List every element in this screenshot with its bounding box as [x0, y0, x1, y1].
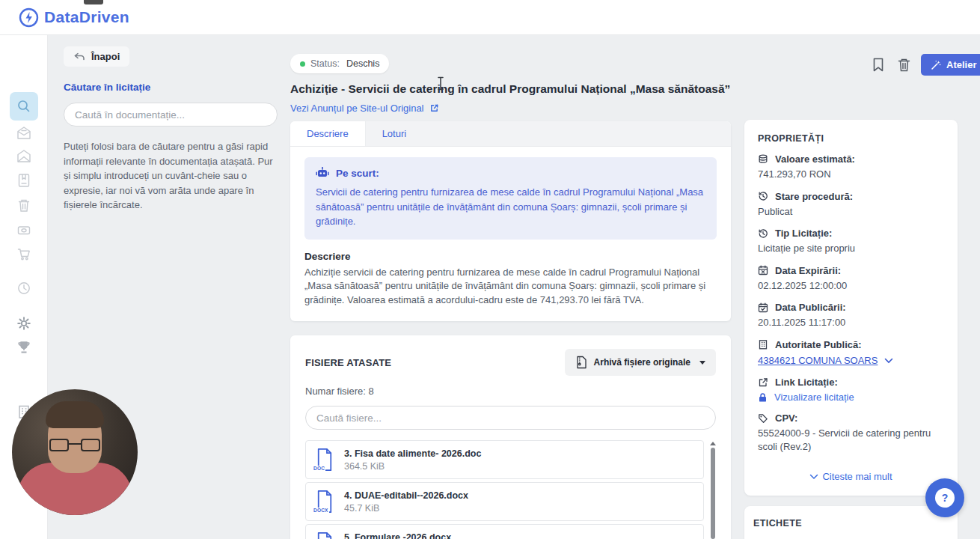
- property-label: Data Expirării:: [775, 265, 841, 276]
- brand-logo[interactable]: DataDriven: [19, 7, 129, 28]
- webcam-glasses-bridge: [69, 443, 81, 445]
- delete-button[interactable]: [895, 57, 912, 73]
- scrollbar-thumb[interactable]: [711, 448, 715, 539]
- description-card: Descriere Loturi Pe scurt: Servic: [290, 121, 731, 321]
- tab-loturi[interactable]: Loturi: [366, 121, 423, 146]
- file-name: 4. DUAE-editabil--2026.docx: [344, 490, 468, 501]
- file-size: 45.7 KiB: [344, 503, 468, 514]
- mail-open-icon: [16, 148, 32, 165]
- mail-document-icon: [16, 125, 32, 141]
- wallet-icon: [16, 222, 32, 238]
- status-dot-icon: [300, 61, 305, 67]
- coins-icon: [758, 154, 768, 165]
- sidebar-item-cart[interactable]: [16, 246, 32, 262]
- atelier-button[interactable]: Atelier: [921, 54, 980, 76]
- header-actions: Atelier: [870, 54, 980, 76]
- property-value: Publicat: [758, 205, 944, 219]
- property-label: Stare procedură:: [775, 191, 853, 202]
- trophy-icon: [16, 339, 32, 356]
- sidebar-item-mail[interactable]: [16, 148, 32, 165]
- read-more-label: Citeste mai mult: [822, 471, 892, 482]
- sidebar-item-history[interactable]: [16, 280, 32, 296]
- page-title: Achiziție - Servicii de catering în cadr…: [290, 82, 731, 97]
- sidebar-item-wallet[interactable]: [16, 222, 32, 238]
- clock-icon: [16, 280, 32, 296]
- sidebar-item-saved-docs[interactable]: [16, 172, 32, 189]
- history-icon: [758, 228, 768, 239]
- property-public-authority: Autoritate Publică: 4384621 COMUNA SOARS: [758, 339, 944, 368]
- sidebar-item-search[interactable]: [10, 92, 38, 121]
- original-announcement-link[interactable]: Vezi Anunțul pe Site-ul Original: [290, 103, 731, 114]
- external-link-icon: [429, 103, 439, 113]
- external-link-icon: [758, 377, 768, 388]
- tags-panel: ETICHETE: [744, 506, 958, 539]
- chevron-down-icon[interactable]: [884, 358, 893, 364]
- files-count: Numar fisiere: 8: [305, 386, 716, 397]
- chevron-down-icon: [809, 474, 818, 480]
- sidebar-item-awards[interactable]: [16, 339, 32, 356]
- property-value: 741.293,70 RON: [758, 168, 944, 181]
- zip-file-icon: [575, 356, 587, 369]
- bookmark-button[interactable]: [870, 57, 886, 73]
- property-label: Valoare estimată:: [775, 153, 855, 165]
- back-button[interactable]: Înapoi: [64, 46, 129, 67]
- property-value: 55524000-9 - Servicii de catering pentru…: [758, 427, 944, 453]
- files-search-input[interactable]: [305, 406, 716, 430]
- property-label: Data Publicării:: [775, 302, 846, 313]
- webcam-glasses-right: [81, 439, 100, 451]
- property-expiry-date: Data Expirării: 02.12.2025 12:00:00: [758, 265, 944, 293]
- question-mark-icon: ?: [935, 488, 955, 508]
- status-badge: Status: Deschis: [290, 54, 389, 73]
- description-text: Achiziție servicii de catering pentru fu…: [304, 266, 717, 308]
- trash-icon: [898, 58, 910, 72]
- summary-text: Servicii de catering pentru furnizarea d…: [316, 185, 705, 229]
- file-list: DOC 3. Fisa date alimente- 2026.doc 364.…: [305, 440, 716, 539]
- calendar-x-icon: [758, 265, 768, 275]
- authority-link[interactable]: 4384621 COMUNA SOARS: [758, 354, 878, 368]
- property-estimated-value: Valoare estimată: 741.293,70 RON: [758, 153, 944, 181]
- bookmark-icon: [872, 58, 884, 72]
- search-panel-title: Căutare în licitație: [64, 82, 278, 93]
- shopping-cart-icon: [16, 246, 32, 262]
- file-type-label: DOCX: [313, 508, 329, 513]
- tab-descriere[interactable]: Descriere: [290, 121, 366, 146]
- property-label: Tip Licitație:: [775, 228, 832, 239]
- file-row[interactable]: DOC 3. Fisa date alimente- 2026.doc 364.…: [305, 440, 704, 479]
- bookmark-document-icon: [16, 172, 32, 189]
- help-button[interactable]: ?: [925, 478, 964, 517]
- sidebar-item-settings[interactable]: [16, 315, 32, 332]
- status-value: Deschis: [346, 58, 379, 69]
- properties-heading: PROPRIETĂȚI: [758, 133, 944, 144]
- description-heading: Descriere: [304, 251, 717, 262]
- file-name: 3. Fisa date alimente- 2026.doc: [344, 448, 481, 459]
- sidebar-item-inbox[interactable]: [16, 125, 32, 141]
- history-icon: [758, 191, 768, 201]
- property-label: CPV:: [775, 412, 797, 424]
- file-row[interactable]: DOCX 5. Formulare -2026.docx 67.0 KiB: [305, 524, 704, 539]
- read-more-link[interactable]: Citeste mai mult: [758, 471, 944, 487]
- docx-file-icon: DOCX: [315, 490, 334, 514]
- archive-download-button[interactable]: Arhivă fișiere originale: [565, 349, 716, 376]
- file-size: 364.5 KiB: [344, 461, 481, 472]
- lock-icon: [758, 392, 768, 403]
- scroll-up-arrow-icon[interactable]: [710, 442, 716, 445]
- archive-button-label: Arhivă fișiere originale: [594, 357, 690, 368]
- file-row[interactable]: DOCX 4. DUAE-editabil--2026.docx 45.7 Ki…: [305, 482, 704, 521]
- property-auction-type: Tip Licitație: Licitație pe site propriu: [758, 228, 944, 255]
- property-label: Autoritate Publică:: [775, 339, 862, 350]
- robot-icon: [316, 166, 329, 180]
- search-panel: Înapoi Căutare în licitație Puteți folos…: [64, 46, 278, 213]
- search-help-text: Puteți folosi bara de căutare pentru a g…: [64, 139, 278, 213]
- summary-infobox: Pe scurt: Servicii de catering pentru fu…: [304, 157, 717, 240]
- status-label: Status:: [310, 58, 340, 69]
- chevron-down-icon: [699, 361, 705, 365]
- view-auction-link[interactable]: Vizualizare licitație: [774, 392, 854, 403]
- back-button-label: Înapoi: [91, 51, 120, 62]
- file-list-scrollbar[interactable]: [710, 442, 716, 539]
- file-type-label: DOC: [313, 466, 325, 471]
- property-value: 02.12.2025 12:00:00: [758, 279, 944, 293]
- sidebar-item-trash[interactable]: [16, 197, 32, 213]
- building-icon: [758, 339, 768, 350]
- documentation-search-input[interactable]: [64, 103, 278, 127]
- docx-file-icon: DOCX: [315, 532, 334, 539]
